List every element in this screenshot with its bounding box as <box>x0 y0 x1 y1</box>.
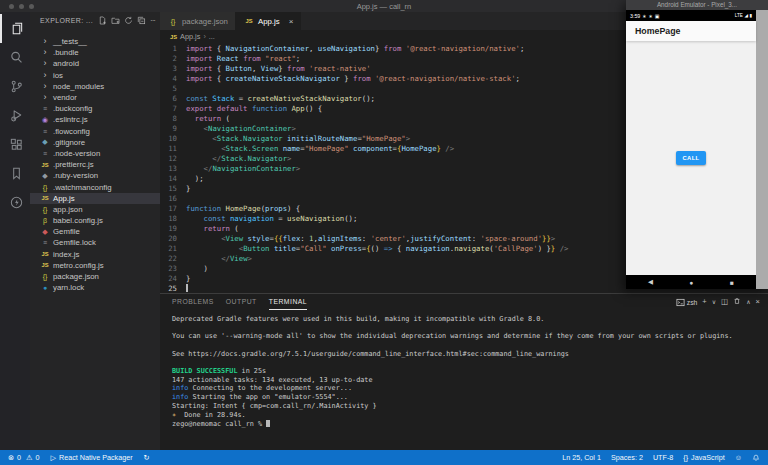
desktop: App.js — call_rn EXPLORER: ... ··· ›__te… <box>0 0 768 465</box>
gem-gray-file-icon: ◆ <box>39 172 51 180</box>
code-text: import { Button, View} from 'react-nativ… <box>186 64 371 74</box>
file-item-node_modules[interactable]: ›node_modules <box>30 81 160 92</box>
file-item-.prettierrc.js[interactable]: JS.prettierrc.js <box>30 159 160 170</box>
problems-status[interactable]: ⊗ 0 ⚠ 0 <box>8 453 39 462</box>
panel-tab-output[interactable]: OUTPUT <box>226 294 257 310</box>
file-item-App.js[interactable]: JSApp.js <box>30 193 160 204</box>
tab-App.js[interactable]: JSApp.js× <box>236 12 301 30</box>
line-number: 25 <box>160 284 186 293</box>
call-button[interactable]: CALL <box>676 151 705 165</box>
file-item-.node-version[interactable]: ≡.node-version <box>30 148 160 159</box>
activity-bookmarks-icon[interactable] <box>0 159 30 188</box>
rn-packager-status[interactable]: ▷ React Native Packager <box>50 453 132 462</box>
code-text: const navigation = useNavigation(); <box>186 214 357 224</box>
panel-tabs: PROBLEMSOUTPUTTERMINAL <box>172 294 307 310</box>
cursor-position[interactable]: Ln 25, Col 1 <box>562 453 601 462</box>
recents-button[interactable]: ■ <box>730 279 734 286</box>
file-item-.watchmanconfig[interactable]: {}.watchmanconfig <box>30 181 160 192</box>
tab-package.json[interactable]: {}package.json <box>160 12 236 30</box>
code-text: import { createNativeStackNavigator } fr… <box>186 74 520 84</box>
emulator-titlebar[interactable]: Android Emulator - Pixel_3... <box>626 0 768 10</box>
line-number: 8 <box>160 114 186 124</box>
file-item-.bundle[interactable]: ›.bundle <box>30 47 160 58</box>
panel-tab-terminal[interactable]: TERMINAL <box>269 294 307 310</box>
js-file-icon: JS <box>170 34 177 40</box>
back-button[interactable]: ◀ <box>648 278 653 286</box>
file-item-.eslintrc.js[interactable]: ◉.eslintrc.js <box>30 114 160 125</box>
file-item-Gemfile.lock[interactable]: ≡Gemfile.lock <box>30 237 160 248</box>
status-bar: ⊗ 0 ⚠ 0 ▷ React Native Packager ↻ Ln 25,… <box>0 450 768 465</box>
new-file-icon[interactable] <box>98 16 107 26</box>
js-file-icon: JS <box>243 18 255 24</box>
network-label: LTE <box>735 13 743 18</box>
shell-indicator[interactable]: zsh <box>676 298 698 307</box>
file-item-babel.config.js[interactable]: βbabel.config.js <box>30 215 160 226</box>
minimize-window-button[interactable] <box>19 4 24 9</box>
language-mode[interactable]: {} JavaScript <box>683 453 724 462</box>
file-item-package.json[interactable]: {}package.json <box>30 271 160 282</box>
maximize-panel-button[interactable]: ∧ <box>746 298 750 306</box>
home-button[interactable]: ● <box>690 279 694 286</box>
notifications-bell[interactable] <box>752 454 760 462</box>
encoding-setting[interactable]: UTF-8 <box>653 453 673 462</box>
js-file-icon: JS <box>39 251 51 257</box>
line-number: 20 <box>160 234 186 244</box>
panel-tab-problems[interactable]: PROBLEMS <box>172 294 214 310</box>
emulator-window-gutter <box>756 10 768 289</box>
breadcrumb-file: App.js <box>180 32 200 41</box>
android-emulator-window: Android Emulator - Pixel_3... 3:59 ∗ ∗ ▣… <box>626 0 768 289</box>
refresh-icon[interactable] <box>124 16 133 26</box>
terminal[interactable]: Deprecated Gradle features were used in … <box>160 310 768 450</box>
file-item-app.json[interactable]: {}app.json <box>30 204 160 215</box>
chevron-down-icon[interactable]: ∨ <box>712 298 716 306</box>
file-item-metro.config.js[interactable]: JSmetro.config.js <box>30 260 160 271</box>
split-terminal-button[interactable]: ◫ <box>721 298 728 306</box>
js-file-icon: JS <box>39 262 51 268</box>
window-title: App.js — call_rn <box>357 2 412 11</box>
kill-terminal-button[interactable] <box>733 297 741 307</box>
file-item-.buckconfig[interactable]: ≡.buckconfig <box>30 103 160 114</box>
notification-icon: ∗ <box>642 13 646 19</box>
file-item-__tests__[interactable]: ›__tests__ <box>30 36 160 47</box>
activity-search-icon[interactable] <box>0 43 30 72</box>
code-text: </Stack.Navigator> <box>186 154 291 164</box>
activity-run-debug-icon[interactable] <box>0 101 30 130</box>
folder-chevron-icon: › <box>39 38 51 45</box>
emulator-body: 3:59 ∗ ∗ ▣ LTE ◢ ▮ HomePage CALL <box>626 10 768 289</box>
json-file-icon: {} <box>39 184 51 191</box>
code-text: <Stack.Screen name="HomePage" component=… <box>186 144 454 154</box>
file-item-vendor[interactable]: ›vendor <box>30 92 160 103</box>
breadcrumb-tail: ... <box>209 32 215 41</box>
terminal-line: BUILD SUCCESSFUL in 25s <box>172 367 768 376</box>
more-icon[interactable]: ··· <box>150 18 155 24</box>
file-item-.gitignore[interactable]: ◆.gitignore <box>30 137 160 148</box>
close-window-button[interactable] <box>9 4 14 9</box>
indentation-setting[interactable]: Spaces: 2 <box>611 453 643 462</box>
file-label: ios <box>53 71 63 80</box>
activity-extensions-icon[interactable] <box>0 130 30 159</box>
close-panel-button[interactable]: × <box>756 298 760 306</box>
app-content: CALL <box>626 41 756 275</box>
sync-status[interactable]: ↻ <box>144 453 150 462</box>
activity-source-control-icon[interactable] <box>0 72 30 101</box>
activity-explorer-icon[interactable] <box>0 14 30 43</box>
file-item-.flowconfig[interactable]: ≡.flowconfig <box>30 126 160 137</box>
file-item-Gemfile[interactable]: ◆Gemfile <box>30 226 160 237</box>
file-item-yarn.lock[interactable]: ●yarn.lock <box>30 282 160 293</box>
file-label: .watchmanconfig <box>53 183 112 192</box>
feedback-smiley-icon[interactable]: ☺ <box>735 453 742 462</box>
file-item-ios[interactable]: ›ios <box>30 70 160 81</box>
activity-thunder-client-icon[interactable] <box>0 188 30 217</box>
line-number: 6 <box>160 94 186 104</box>
line-number: 2 <box>160 54 186 64</box>
zoom-window-button[interactable] <box>29 4 34 9</box>
collapse-all-icon[interactable] <box>137 16 146 26</box>
file-item-index.js[interactable]: JSindex.js <box>30 249 160 260</box>
file-item-.ruby-version[interactable]: ◆.ruby-version <box>30 170 160 181</box>
close-tab-icon[interactable]: × <box>289 17 294 26</box>
new-folder-icon[interactable] <box>111 16 120 26</box>
file-label: .node-version <box>53 149 100 158</box>
file-item-android[interactable]: ›android <box>30 58 160 69</box>
file-label: index.js <box>53 250 79 259</box>
new-terminal-button[interactable]: + <box>702 298 706 306</box>
